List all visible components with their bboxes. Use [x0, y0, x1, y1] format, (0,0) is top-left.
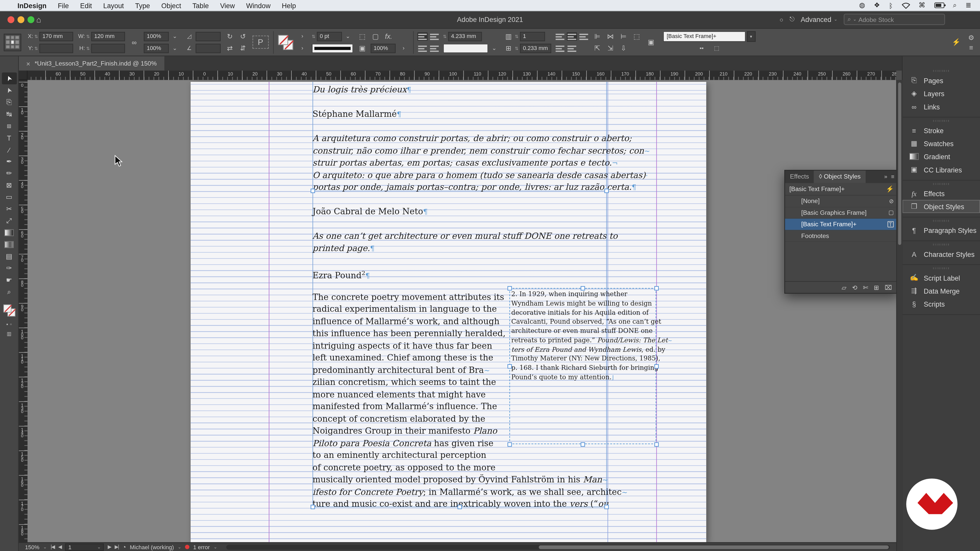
close-tab-icon[interactable]: × — [26, 60, 30, 67]
h-spinner[interactable]: ⇅ — [86, 46, 90, 50]
align-objects-right-icon[interactable]: ⊨ — [619, 32, 628, 40]
align-left-icon[interactable] — [418, 33, 427, 40]
quick-apply-bolt-icon[interactable]: ⚡ — [886, 186, 894, 192]
frame-tool[interactable]: ⊠ — [2, 179, 17, 191]
stroke-weight-field[interactable]: 0 pt — [317, 32, 342, 41]
workspace-switcher[interactable]: Advanced ⌄ — [801, 16, 838, 23]
menu-item-table[interactable]: Table — [192, 2, 209, 9]
sidebar-item-data-merge[interactable]: ⇶Data Merge — [902, 284, 980, 297]
scale-y-field[interactable]: 100% — [144, 43, 169, 53]
tab-object-styles[interactable]: ◊ Object Styles — [814, 171, 865, 183]
line-tool[interactable]: ∕ — [2, 144, 17, 156]
delete-style-icon[interactable]: ⌧ — [885, 284, 892, 291]
sidebar-item-swatches[interactable]: ▦Swatches — [902, 137, 980, 150]
last-page-button[interactable]: ▶| — [115, 544, 118, 550]
collapse-panel-icon[interactable]: » — [884, 174, 887, 180]
chevron-down-icon[interactable]: ⌄ — [489, 45, 499, 51]
constrain-dimensions-chain-icon[interactable]: ∞ — [129, 38, 139, 46]
chevron-down-icon[interactable]: ⌄ — [213, 545, 217, 549]
type-tool[interactable]: T — [2, 132, 17, 144]
sidebar-item-stroke[interactable]: ≡Stroke — [902, 124, 980, 137]
frame-handle[interactable] — [605, 189, 609, 193]
object-style-combo[interactable]: [Basic Text Frame]+ — [663, 31, 746, 41]
flip-vertical-icon[interactable]: ⇵ — [238, 44, 248, 52]
clear-overrides-icon[interactable]: ⟲ — [852, 284, 858, 291]
content-collector-tool[interactable]: ⧈ — [2, 120, 17, 132]
horizontal-scrollbar-thumb[interactable] — [539, 545, 889, 549]
w-spinner[interactable]: ⇅ — [86, 34, 90, 38]
x-position-field[interactable]: 170 mm — [39, 32, 73, 41]
vertical-scrollbar[interactable] — [896, 80, 902, 551]
hand-tool[interactable]: ☛ — [2, 274, 17, 286]
keyboard-command-icon[interactable]: ⌘ — [918, 1, 925, 10]
frame-handle[interactable] — [310, 505, 315, 509]
object-style-dropdown-button[interactable]: ▾ — [747, 31, 756, 41]
columns-field[interactable]: 1 — [520, 32, 545, 41]
tools-fill-stroke-swatches[interactable] — [3, 305, 15, 317]
sidebar-item-object-styles[interactable]: ❒Object Styles — [902, 200, 980, 213]
sidebar-item-layers[interactable]: ◈Layers — [902, 87, 980, 100]
object-style-row-footnotes[interactable]: Footnotes — [785, 230, 898, 241]
object-style-row-basic-graphics-frame[interactable]: [Basic Graphics Frame]▢ — [785, 207, 898, 219]
y-position-field[interactable] — [39, 43, 73, 53]
fitting-icon[interactable]: ⬚ — [632, 32, 641, 40]
frame-handle[interactable] — [581, 442, 585, 447]
menu-item-layout[interactable]: Layout — [103, 2, 124, 9]
frame-handle[interactable] — [581, 286, 585, 291]
scale-x-field[interactable]: 100% — [144, 32, 169, 41]
learn-bulb-icon[interactable]: ○ — [780, 16, 783, 23]
rotate-ccw-icon[interactable]: ↺ — [238, 32, 248, 40]
preflight-icon[interactable]: ◔ — [122, 544, 126, 551]
obs-icon[interactable]: ◍ — [859, 1, 865, 10]
frame-handle[interactable] — [605, 505, 609, 509]
distribute-icon[interactable] — [555, 44, 564, 52]
sidebar-item-scripts[interactable]: §Scripts — [902, 297, 980, 310]
apply-color-icon[interactable]: ▪ — [6, 322, 8, 327]
rectangle-tool[interactable]: ▭ — [2, 191, 17, 203]
current-object-style[interactable]: [Basic Text Frame]+ ⚡ — [785, 183, 898, 196]
tab-effects[interactable]: Effects — [785, 171, 814, 183]
preflight-profile[interactable]: Michael (working) — [130, 544, 174, 550]
menu-item-type[interactable]: Type — [135, 2, 150, 9]
frame-handle[interactable] — [508, 442, 512, 447]
zoom-dropdown-icon[interactable]: ⌄ — [43, 545, 47, 549]
frame-fitting-options-icon[interactable]: ▣ — [646, 38, 656, 46]
horizontal-ruler[interactable]: 6050403020100102030405060708090100110120… — [27, 71, 896, 80]
vertical-ruler[interactable]: 0102030405060708090100110120130140150160… — [19, 80, 27, 542]
effects-fx-icon[interactable]: fx. — [383, 32, 393, 40]
style-frame-icon[interactable]: ⬚ — [712, 45, 722, 51]
chevron-down-icon[interactable]: ⌄ — [343, 33, 353, 39]
chevron-down-icon[interactable]: ⌄ — [170, 45, 180, 51]
wifi-icon[interactable] — [902, 2, 910, 8]
sidebar-item-character-styles[interactable]: ACharacter Styles — [902, 248, 980, 260]
horizontal-scrollbar[interactable] — [226, 545, 890, 549]
vertical-justify-top-icon[interactable] — [555, 33, 564, 40]
pencil-tool[interactable]: ✏ — [2, 167, 17, 179]
frame-handle[interactable] — [654, 364, 659, 368]
height-field[interactable] — [91, 43, 125, 53]
create-new-style-icon[interactable]: ⊞ — [874, 284, 879, 291]
vertical-justify-center-icon[interactable] — [567, 33, 576, 40]
note-tool[interactable]: ▤ — [2, 251, 17, 262]
flyout-icon[interactable]: › — [298, 45, 307, 51]
menu-item-edit[interactable]: Edit — [80, 2, 92, 9]
quick-apply-bolt-icon[interactable]: ⚡ — [951, 38, 961, 46]
error-count[interactable]: 1 error — [193, 544, 210, 550]
page-number-field[interactable]: 1⌄ — [65, 543, 104, 551]
style-mini-icon[interactable]: ▪▪ — [697, 45, 707, 51]
chevron-down-icon[interactable]: ⌄ — [170, 33, 180, 39]
rotate-cw-icon[interactable]: ↻ — [225, 32, 235, 40]
menu-item-file[interactable]: File — [58, 2, 68, 9]
frame-handle[interactable] — [458, 505, 462, 509]
gradient-swatch-tool[interactable] — [2, 227, 17, 239]
align-objects-center-icon[interactable]: ⋈ — [605, 32, 615, 40]
shear-angle-field[interactable] — [196, 43, 221, 53]
sidebar-item-paragraph-styles[interactable]: ¶Paragraph Styles — [902, 224, 980, 237]
footnote-text[interactable]: 2. In 1929, when inquiring whetherWyndha… — [511, 289, 672, 381]
corner-shape-icon[interactable]: ▢ — [371, 32, 380, 40]
ruler-origin-box[interactable] — [19, 71, 27, 80]
bluetooth-icon[interactable]: ᛒ — [889, 2, 893, 9]
corner-options-icon[interactable]: ⬚ — [357, 32, 367, 40]
auto-fit-icon[interactable]: ⇩ — [619, 44, 628, 52]
frame-handle[interactable] — [310, 189, 315, 193]
